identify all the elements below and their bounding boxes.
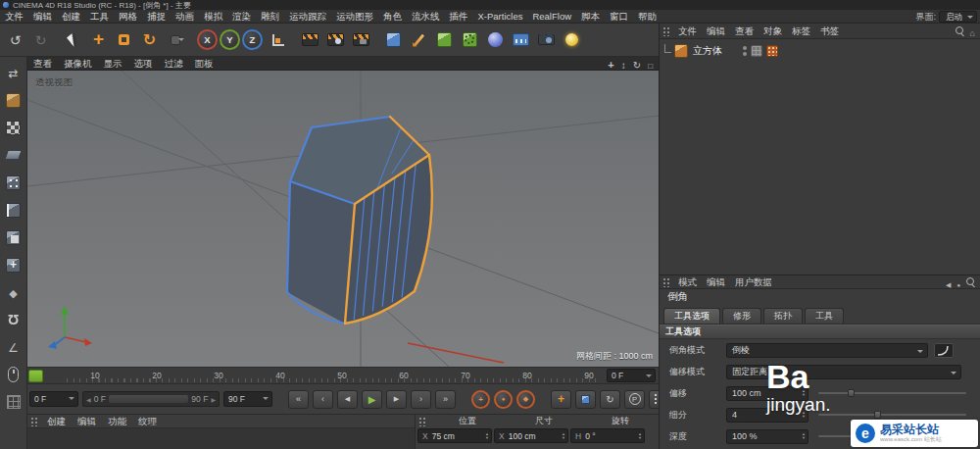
next-frame-button[interactable] bbox=[386, 390, 407, 409]
range-end-field[interactable]: 90 F bbox=[223, 391, 272, 407]
spinner-icon[interactable] bbox=[802, 389, 806, 397]
object-tree[interactable]: 立方体 bbox=[660, 39, 980, 274]
menu-item[interactable]: 运动图形 bbox=[331, 10, 378, 23]
menu-item[interactable]: 对象 bbox=[759, 25, 787, 37]
live-selection-button[interactable] bbox=[61, 26, 85, 54]
animation-mode-button[interactable] bbox=[2, 280, 25, 304]
goto-end-button[interactable] bbox=[435, 390, 456, 409]
toggle-views-icon[interactable] bbox=[648, 55, 653, 73]
primitive-cube-button[interactable] bbox=[381, 26, 406, 54]
range-bar[interactable] bbox=[109, 395, 188, 403]
axis-lock-button[interactable]: Y bbox=[220, 29, 240, 50]
menu-item[interactable]: 创建 bbox=[41, 415, 72, 427]
menu-item[interactable]: 面板 bbox=[189, 57, 220, 70]
menu-item[interactable]: 文件 bbox=[0, 10, 28, 23]
key-position-toggle[interactable] bbox=[551, 390, 571, 409]
menu-item[interactable]: 帮助 bbox=[633, 10, 662, 23]
menu-item[interactable]: 角色 bbox=[378, 10, 407, 23]
move-tool-button[interactable] bbox=[86, 26, 111, 54]
workplane-mode-button[interactable] bbox=[2, 143, 25, 167]
redo-button[interactable] bbox=[28, 26, 53, 54]
menu-item[interactable]: 雕刻 bbox=[256, 10, 284, 23]
axis-lock-button[interactable]: Z bbox=[242, 29, 263, 50]
environment-button[interactable] bbox=[509, 26, 533, 54]
key-rotation-toggle[interactable] bbox=[600, 390, 620, 409]
panel-grip-icon[interactable] bbox=[662, 26, 670, 36]
menu-item[interactable]: 编辑 bbox=[702, 25, 730, 37]
rotate-tool-button[interactable] bbox=[137, 26, 162, 54]
grid-settings-button[interactable] bbox=[2, 390, 25, 414]
display-tag-icon[interactable] bbox=[751, 45, 762, 57]
menu-item[interactable]: 流水线 bbox=[407, 10, 445, 23]
spinner-icon[interactable] bbox=[562, 432, 565, 440]
phong-tag-icon[interactable] bbox=[766, 45, 778, 57]
last-tool-button[interactable] bbox=[163, 26, 187, 54]
play-button[interactable] bbox=[362, 390, 382, 409]
interface-dropdown[interactable]: 启动 bbox=[939, 11, 977, 23]
deformer-button[interactable] bbox=[483, 26, 508, 54]
render-settings-button[interactable] bbox=[349, 26, 373, 54]
points-mode-button[interactable] bbox=[2, 171, 25, 194]
menu-item[interactable]: X-Particles bbox=[473, 10, 528, 23]
pan-icon[interactable] bbox=[608, 55, 613, 73]
offset-mode-dropdown[interactable]: 固定距离 bbox=[726, 365, 961, 379]
menu-item[interactable]: 查看 bbox=[27, 57, 58, 70]
spinner-icon[interactable] bbox=[802, 432, 806, 440]
object-axis-button[interactable] bbox=[2, 253, 25, 276]
attribute-tab[interactable]: 工具选项 bbox=[663, 308, 720, 324]
spinner-icon[interactable] bbox=[638, 432, 642, 440]
menu-item[interactable]: 窗口 bbox=[605, 10, 633, 23]
menu-item[interactable]: 摄像机 bbox=[58, 57, 98, 70]
menu-item[interactable]: 插件 bbox=[445, 10, 473, 23]
slider-knob[interactable] bbox=[874, 411, 881, 419]
camera-button[interactable] bbox=[534, 26, 559, 54]
autokeying-button[interactable] bbox=[494, 390, 513, 409]
home-icon[interactable] bbox=[970, 23, 975, 40]
offset-slider[interactable] bbox=[818, 392, 966, 394]
search-icon[interactable] bbox=[966, 277, 975, 286]
menu-item[interactable]: 创建 bbox=[57, 10, 85, 23]
range-right-arrow-icon[interactable] bbox=[211, 394, 216, 404]
spinner-icon[interactable] bbox=[485, 432, 489, 440]
previous-key-button[interactable] bbox=[313, 390, 333, 409]
axis-lock-button[interactable]: X bbox=[197, 29, 218, 50]
subdivision-field[interactable]: 4 bbox=[726, 408, 808, 423]
cube-object-icon[interactable] bbox=[674, 44, 688, 58]
group-header[interactable]: 工具选项 bbox=[660, 324, 980, 339]
scale-tool-button[interactable] bbox=[112, 26, 136, 54]
range-left-arrow-icon[interactable] bbox=[86, 394, 91, 404]
subdivision-slider[interactable] bbox=[818, 414, 966, 416]
lock-icon[interactable] bbox=[956, 274, 960, 291]
menu-item[interactable]: 书签 bbox=[815, 25, 844, 37]
coordinate-field[interactable]: X 75 cm bbox=[417, 428, 492, 443]
zoom-icon[interactable] bbox=[621, 55, 626, 73]
material-list-area[interactable] bbox=[27, 428, 415, 449]
spinner-icon[interactable] bbox=[802, 411, 806, 419]
menu-item[interactable]: 工具 bbox=[85, 10, 114, 23]
object-row[interactable]: 立方体 bbox=[660, 43, 980, 59]
menu-item[interactable]: 动画 bbox=[171, 10, 199, 23]
menu-item[interactable]: 纹理 bbox=[132, 415, 163, 427]
history-back-icon[interactable] bbox=[946, 274, 951, 291]
menu-item[interactable]: 标签 bbox=[787, 25, 815, 37]
search-icon[interactable] bbox=[956, 26, 964, 35]
quantize-button[interactable] bbox=[2, 335, 25, 359]
menu-item[interactable]: 编辑 bbox=[72, 415, 102, 427]
coordinate-field[interactable]: H 0 ° bbox=[570, 428, 645, 443]
menu-item[interactable]: 捕捉 bbox=[142, 10, 171, 23]
generator-button[interactable] bbox=[458, 26, 482, 54]
menu-item[interactable]: 选项 bbox=[128, 57, 159, 70]
bevel-profile-icon[interactable] bbox=[934, 343, 954, 358]
menu-item[interactable]: 编辑 bbox=[702, 275, 730, 288]
render-view-button[interactable] bbox=[298, 26, 322, 54]
menu-item[interactable]: 过滤 bbox=[159, 57, 189, 70]
slider-knob[interactable] bbox=[848, 389, 855, 397]
timeline-ruler[interactable]: 102030405060708090 0 F bbox=[27, 367, 659, 384]
light-button[interactable] bbox=[560, 26, 584, 54]
menu-item[interactable]: 文件 bbox=[673, 25, 702, 37]
menu-item[interactable]: RealFlow bbox=[527, 10, 576, 23]
visibility-dots-icon[interactable] bbox=[743, 46, 747, 56]
menu-item[interactable]: 用户数据 bbox=[730, 275, 777, 288]
menu-item[interactable]: 渲染 bbox=[227, 10, 256, 23]
object-name[interactable]: 立方体 bbox=[691, 44, 724, 58]
